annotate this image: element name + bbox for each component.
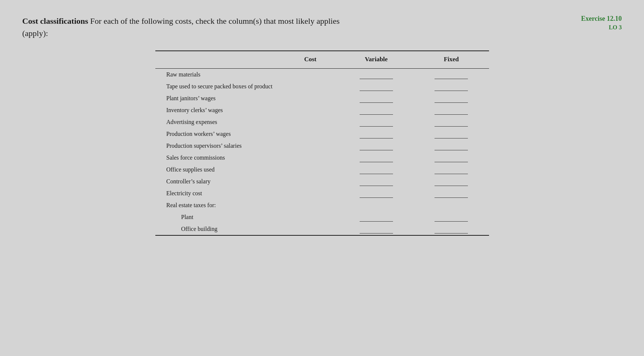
variable-answer-line-10 [360, 179, 393, 186]
title-bold: Cost classifications [22, 16, 88, 26]
table-row: Real estate taxes for: [155, 199, 489, 211]
cost-column-header: Cost [155, 51, 339, 69]
table-row: Plant [155, 211, 489, 223]
variable-cell-12[interactable] [339, 199, 414, 211]
fixed-answer-line-13 [435, 215, 468, 222]
table-row: Production supervisors’ salaries [155, 140, 489, 152]
variable-cell-5[interactable] [339, 116, 414, 128]
table-row: Advertising expenses [155, 116, 489, 128]
variable-answer-line-13 [360, 215, 393, 222]
main-title: Cost classifications For each of the fol… [22, 15, 356, 39]
cost-cell-2: Tape used to secure packed boxes of prod… [155, 81, 339, 92]
fixed-cell-1[interactable] [414, 69, 489, 81]
variable-answer-line-3 [360, 96, 393, 103]
fixed-cell-12[interactable] [414, 199, 489, 211]
fixed-answer-line-11 [435, 191, 468, 198]
cost-cell-12: Real estate taxes for: [155, 199, 339, 211]
variable-cell-3[interactable] [339, 92, 414, 104]
variable-answer-line-14 [360, 227, 393, 233]
table-row: Production workers’ wages [155, 128, 489, 140]
cost-cell-5: Advertising expenses [155, 116, 339, 128]
fixed-cell-9[interactable] [414, 164, 489, 176]
fixed-answer-line-9 [435, 167, 468, 174]
fixed-cell-2[interactable] [414, 81, 489, 92]
variable-answer-line-5 [360, 120, 393, 127]
fixed-answer-line-3 [435, 96, 468, 103]
variable-cell-7[interactable] [339, 140, 414, 152]
exercise-block: Exercise 12.10 LO 3 [581, 15, 622, 31]
fixed-cell-3[interactable] [414, 92, 489, 104]
variable-column-header: Variable [339, 51, 414, 69]
fixed-cell-6[interactable] [414, 128, 489, 140]
fixed-answer-line-5 [435, 120, 468, 127]
fixed-answer-line-10 [435, 179, 468, 186]
variable-cell-9[interactable] [339, 164, 414, 176]
variable-answer-line-9 [360, 167, 393, 174]
table-row: Sales force commissions [155, 152, 489, 164]
table-container: Cost Variable Fixed Raw materialsTape us… [155, 50, 489, 236]
table-row: Electricity cost [155, 187, 489, 199]
fixed-cell-8[interactable] [414, 152, 489, 164]
variable-cell-2[interactable] [339, 81, 414, 92]
exercise-label: Exercise 12.10 [581, 15, 622, 23]
fixed-answer-line-6 [435, 132, 468, 138]
variable-cell-6[interactable] [339, 128, 414, 140]
fixed-answer-line-1 [435, 72, 468, 79]
fixed-column-header: Fixed [414, 51, 489, 69]
cost-cell-11: Electricity cost [155, 187, 339, 199]
fixed-cell-11[interactable] [414, 187, 489, 199]
variable-answer-line-4 [360, 108, 393, 115]
variable-answer-line-6 [360, 132, 393, 138]
cost-cell-13: Plant [155, 211, 339, 223]
table-row: Tape used to secure packed boxes of prod… [155, 81, 489, 92]
variable-cell-14[interactable] [339, 223, 414, 235]
cost-cell-9: Office supplies used [155, 164, 339, 176]
variable-cell-4[interactable] [339, 104, 414, 116]
fixed-cell-14[interactable] [414, 223, 489, 235]
cost-classification-table: Cost Variable Fixed Raw materialsTape us… [155, 51, 489, 236]
variable-answer-line-1 [360, 72, 393, 79]
cost-cell-8: Sales force commissions [155, 152, 339, 164]
variable-answer-line-8 [360, 156, 393, 162]
fixed-cell-13[interactable] [414, 211, 489, 223]
variable-cell-1[interactable] [339, 69, 414, 81]
header-section: Cost classifications For each of the fol… [22, 15, 622, 39]
fixed-cell-4[interactable] [414, 104, 489, 116]
variable-answer-line-7 [360, 144, 393, 150]
table-row: Office building [155, 223, 489, 235]
table-row: Raw materials [155, 69, 489, 81]
fixed-cell-10[interactable] [414, 176, 489, 187]
fixed-answer-line-4 [435, 108, 468, 115]
fixed-answer-line-8 [435, 156, 468, 162]
cost-cell-4: Inventory clerks’ wages [155, 104, 339, 116]
cost-cell-6: Production workers’ wages [155, 128, 339, 140]
variable-cell-10[interactable] [339, 176, 414, 187]
table-row: Inventory clerks’ wages [155, 104, 489, 116]
cost-cell-7: Production supervisors’ salaries [155, 140, 339, 152]
variable-answer-line-2 [360, 84, 393, 91]
cost-cell-14: Office building [155, 223, 339, 235]
fixed-cell-5[interactable] [414, 116, 489, 128]
fixed-answer-line-14 [435, 227, 468, 233]
cost-cell-1: Raw materials [155, 69, 339, 81]
variable-cell-8[interactable] [339, 152, 414, 164]
table-header-row: Cost Variable Fixed [155, 51, 489, 69]
lo-label: LO 3 [581, 24, 622, 31]
variable-cell-11[interactable] [339, 187, 414, 199]
cost-cell-10: Controller’s salary [155, 176, 339, 187]
fixed-answer-line-7 [435, 144, 468, 150]
variable-answer-line-11 [360, 191, 393, 198]
table-row: Controller’s salary [155, 176, 489, 187]
variable-cell-13[interactable] [339, 211, 414, 223]
fixed-cell-7[interactable] [414, 140, 489, 152]
cost-cell-3: Plant janitors’ wages [155, 92, 339, 104]
main-title-block: Cost classifications For each of the fol… [22, 15, 356, 39]
fixed-answer-line-2 [435, 84, 468, 91]
table-row: Plant janitors’ wages [155, 92, 489, 104]
table-row: Office supplies used [155, 164, 489, 176]
